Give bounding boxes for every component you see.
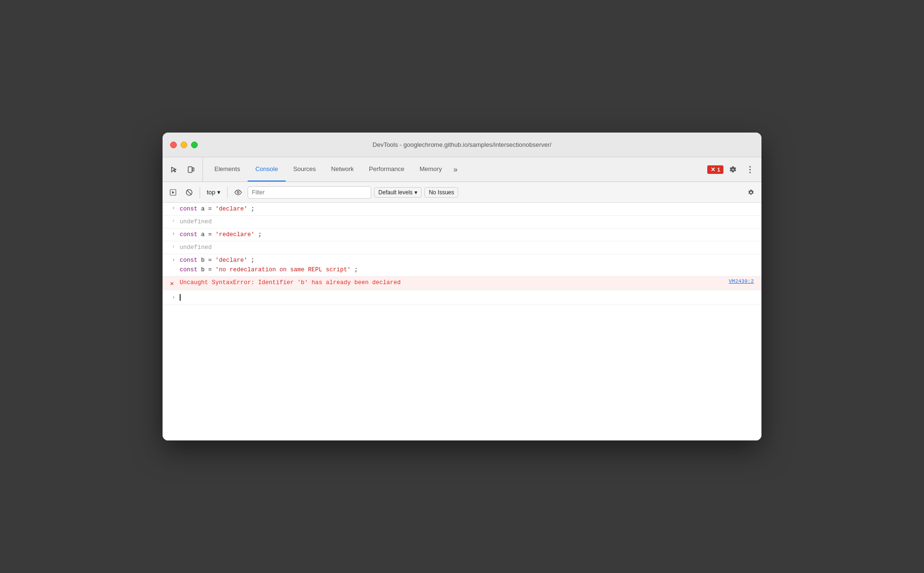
tab-performance[interactable]: Performance [361, 157, 412, 181]
error-source-link[interactable]: VM2439:2 [729, 277, 758, 286]
eye-button[interactable] [231, 186, 245, 199]
svg-point-2 [750, 166, 751, 167]
console-line: ‹ undefined [163, 216, 761, 229]
inspect-element-button[interactable] [166, 162, 182, 177]
title-bar: DevTools - googlechrome.github.io/sample… [163, 133, 761, 157]
tab-memory[interactable]: Memory [412, 157, 450, 181]
svg-point-4 [750, 172, 751, 173]
traffic-lights [170, 142, 198, 148]
maximize-button[interactable] [191, 142, 198, 148]
console-line: ‹ undefined [163, 241, 761, 254]
window-title: DevTools - googlechrome.github.io/sample… [373, 141, 551, 148]
tab-network[interactable]: Network [324, 157, 362, 181]
devtools-body: Elements Console Sources Network Perform… [163, 157, 761, 440]
error-badge[interactable]: ✕ 1 [707, 165, 723, 174]
console-input-line: › [163, 290, 761, 305]
tab-bar-right: ✕ 1 [707, 157, 758, 181]
tab-bar: Elements Console Sources Network Perform… [163, 157, 761, 182]
console-toolbar: top ▾ Default levels ▾ No Issues [163, 182, 761, 203]
svg-line-8 [187, 190, 192, 195]
svg-marker-6 [172, 191, 174, 194]
devtools-window: DevTools - googlechrome.github.io/sample… [163, 133, 761, 440]
text-cursor [180, 294, 181, 301]
svg-point-3 [750, 169, 751, 170]
input-prompt: › [171, 294, 176, 302]
console-line: › const a = 'declare' ; [163, 203, 761, 216]
device-toolbar-button[interactable] [183, 162, 199, 177]
svg-rect-1 [192, 168, 194, 171]
error-message: Uncaught SyntaxError: Identifier 'b' has… [180, 277, 729, 288]
tab-elements[interactable]: Elements [207, 157, 248, 181]
console-line: › const b = 'declare' ; const b = 'no re… [163, 254, 761, 277]
toolbar-separator-2 [227, 187, 228, 198]
console-output-text: undefined [180, 217, 758, 227]
clear-console-button[interactable] [183, 186, 196, 199]
svg-point-9 [237, 191, 239, 193]
minimize-button[interactable] [181, 142, 187, 148]
close-button[interactable] [170, 142, 177, 148]
toolbar-separator [200, 187, 200, 198]
output-chevron: ‹ [171, 218, 176, 225]
settings-button[interactable] [725, 162, 741, 177]
svg-rect-0 [188, 167, 192, 172]
console-line: › const a = 'redeclare' ; [163, 229, 761, 241]
error-icon: ✕ [168, 278, 176, 289]
default-levels-button[interactable]: Default levels ▾ [374, 187, 422, 198]
tab-bar-icons [166, 157, 203, 181]
output-chevron: ‹ [171, 243, 176, 251]
filter-input[interactable] [248, 186, 371, 199]
error-console-line: ✕ Uncaught SyntaxError: Identifier 'b' h… [163, 277, 761, 290]
expand-chevron[interactable]: › [171, 257, 176, 264]
tab-sources[interactable]: Sources [286, 157, 324, 181]
more-options-button[interactable] [742, 162, 758, 177]
console-output-text: undefined [180, 242, 758, 253]
console-settings-button[interactable] [744, 186, 758, 199]
context-selector[interactable]: top ▾ [204, 188, 223, 197]
console-output: › const a = 'declare' ; ‹ undefined [163, 203, 761, 440]
more-tabs-button[interactable]: » [450, 157, 462, 181]
tab-console[interactable]: Console [248, 157, 286, 181]
expand-chevron[interactable]: › [171, 230, 176, 238]
no-issues-button[interactable]: No Issues [424, 187, 458, 198]
run-script-button[interactable] [166, 186, 180, 199]
expand-chevron[interactable]: › [171, 205, 176, 212]
